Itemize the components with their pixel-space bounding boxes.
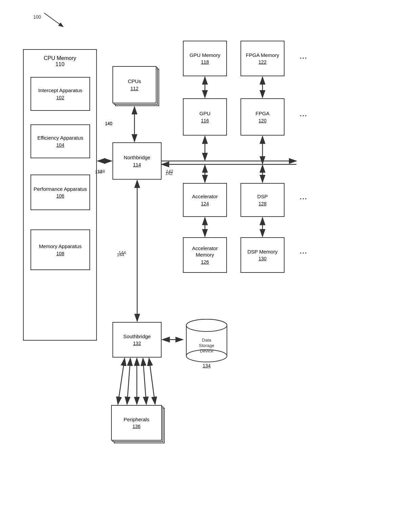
cpus-stacked: CPUs 112 [112, 66, 156, 103]
accelerator-box: Accelerator 124 [183, 183, 227, 217]
svg-line-34 [143, 358, 146, 404]
svg-line-0 [44, 13, 63, 26]
ref-100-arrow [44, 13, 68, 30]
fpga-box: FPGA 120 [240, 98, 285, 136]
svg-line-31 [118, 358, 125, 404]
southbridge-box: Southbridge 132 [112, 322, 162, 358]
diagram: 100 CPU Memory 110 Intercept Apparatus 1… [0, 0, 420, 506]
performance-apparatus-box: Performance Apparatus 106 [30, 175, 90, 210]
dots-fpga-memory: ... [300, 53, 308, 60]
gpu-memory-box: GPU Memory 118 [183, 41, 227, 76]
label-142: 142 [165, 171, 173, 176]
svg-line-32 [127, 358, 130, 404]
northbridge-box: Northbridge 114 [112, 142, 162, 180]
label-144: 144 [117, 252, 124, 257]
svg-text:Storage: Storage [199, 343, 214, 348]
cpu-memory-big-box: CPU Memory 110 Intercept Apparatus 102 E… [23, 49, 97, 341]
intercept-apparatus-box: Intercept Apparatus 102 [30, 77, 90, 111]
svg-line-35 [149, 358, 155, 404]
svg-text:Device: Device [200, 348, 213, 353]
svg-text:Data: Data [202, 338, 211, 343]
dots-fpga: ... [300, 110, 308, 118]
dots-dsp-memory: ... [300, 247, 308, 255]
dsp-memory-box: DSP Memory 130 [240, 237, 285, 273]
svg-point-6 [186, 319, 227, 331]
efficiency-apparatus-box: Efficiency Apparatus 104 [30, 124, 90, 158]
ref-100-label: 100 [33, 14, 41, 20]
gpu-box: GPU 116 [183, 98, 227, 136]
accelerator-memory-box: Accelerator Memory 126 [183, 237, 227, 273]
data-storage-device: Data Storage Device 134 [183, 315, 230, 368]
memory-apparatus-box: Memory Apparatus 108 [30, 229, 90, 270]
peripherals-stacked: Peripherals 136 [111, 405, 162, 441]
dsp-box: DSP 128 [240, 183, 285, 217]
cpu-memory-label: CPU Memory [24, 55, 96, 61]
dots-dsp: ... [300, 193, 308, 201]
cpu-memory-num: 110 [24, 61, 96, 67]
label-138: 138 [95, 169, 102, 175]
fpga-memory-box: FPGA Memory 122 [240, 41, 285, 76]
label-140: 140 [105, 121, 112, 126]
